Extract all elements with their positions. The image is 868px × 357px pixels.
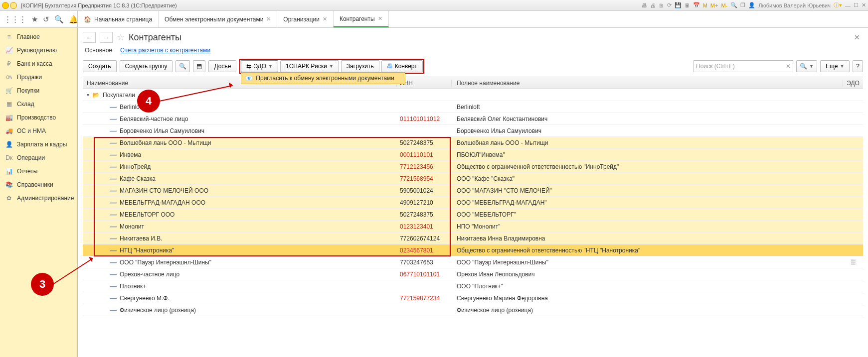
- table-row[interactable]: —Орехов-частное лицо067710101101Орехов И…: [83, 268, 863, 280]
- refresh-icon[interactable]: ⟳: [667, 2, 672, 8]
- sidebar-item-0[interactable]: ≡Главное: [0, 30, 77, 43]
- collapse-icon[interactable]: ▾: [87, 92, 89, 98]
- sidebar-icon: 🚚: [5, 127, 13, 134]
- calc-icon[interactable]: 🖩: [685, 2, 690, 8]
- sidebar-label: Производство: [17, 114, 56, 121]
- tab-org[interactable]: Организации ✕: [277, 11, 334, 27]
- table-row[interactable]: —МЕБЕЛЬТОРГ ООО5027248375ООО "МЕБЕЛЬТОРГ…: [83, 209, 863, 221]
- table-row[interactable]: —Белявский-частное лицо011101011012Беляв…: [83, 113, 863, 125]
- list-button[interactable]: ▤: [193, 60, 205, 72]
- table-row[interactable]: —Никитаева И.В.772602674124Никитаева Инн…: [83, 233, 863, 244]
- table-row[interactable]: —Физическое лицо (розница)Физическое лиц…: [83, 304, 863, 316]
- mem-mminus[interactable]: M-: [721, 2, 727, 8]
- sidebar-item-11[interactable]: 📚Справочники: [0, 178, 77, 191]
- minimize-icon[interactable]: —: [845, 2, 851, 8]
- app-menu-icon[interactable]: [2, 2, 9, 9]
- bell-icon[interactable]: 🔔: [69, 15, 78, 24]
- tab-home[interactable]: 🏠 Начальная страница: [78, 11, 159, 27]
- table-row[interactable]: —Инвема0001110101ПБОЮЛ"Инвема": [83, 149, 863, 161]
- envelope-button[interactable]: 🖶 Конверт: [381, 60, 423, 72]
- row-inn: 7703247653: [397, 259, 452, 266]
- mem-m[interactable]: M: [703, 2, 707, 8]
- app-dropdown-icon[interactable]: [10, 2, 17, 9]
- clear-search-icon[interactable]: ✕: [786, 63, 791, 70]
- col-edo-header[interactable]: ЭДО: [843, 80, 863, 87]
- close-window-icon[interactable]: ✕: [862, 2, 866, 8]
- print2-icon[interactable]: 🖨: [650, 2, 656, 8]
- sidebar-item-9[interactable]: ⅮкОперации: [0, 151, 77, 164]
- maximize-icon[interactable]: ☐: [854, 2, 859, 8]
- doc-icon[interactable]: 🗎: [659, 2, 664, 8]
- find-button[interactable]: 🔍: [175, 60, 190, 72]
- page-title: Контрагенты: [129, 32, 181, 43]
- sidebar-item-7[interactable]: 🚚ОС и НМА: [0, 124, 77, 137]
- tab-counterparties[interactable]: Контрагенты ✕: [334, 11, 389, 27]
- close-icon[interactable]: ✕: [266, 16, 271, 22]
- edo-dropdown-item[interactable]: Пригласить к обмену электронными докумен…: [256, 75, 394, 82]
- table-row[interactable]: —Боровченко Илья СамуиловичБоровченко Ил…: [83, 125, 863, 137]
- subnav-main[interactable]: Основное: [85, 47, 112, 54]
- table-row[interactable]: —ООО "Пауэр Интернэшнл-Шины"7703247653ОО…: [83, 256, 863, 268]
- search-icon[interactable]: 🔍: [54, 15, 64, 24]
- search-dropdown-button[interactable]: 🔍 ▼: [796, 60, 817, 72]
- table-row[interactable]: —МЕБЕЛЬГРАД-МАГАДАН ООО4909127210ООО "МЕ…: [83, 197, 863, 209]
- item-icon: —: [110, 175, 117, 182]
- create-button[interactable]: Создать: [83, 60, 117, 72]
- create-group-button[interactable]: Создать группу: [120, 60, 173, 72]
- row-inn: 772602674124: [397, 235, 452, 242]
- help-button[interactable]: ?: [853, 60, 863, 72]
- item-icon: —: [110, 307, 117, 314]
- row-inn: 5027248375: [397, 139, 452, 146]
- load-button[interactable]: Загрузить: [341, 60, 379, 72]
- favorite-icon[interactable]: ☆: [117, 32, 125, 43]
- user-icon[interactable]: 👤: [748, 2, 755, 8]
- row-inn: 0001110101: [397, 151, 452, 158]
- row-inn: 067710101101: [397, 271, 452, 278]
- group-row[interactable]: ▾ 📂 Покупатели: [83, 89, 863, 101]
- table-row[interactable]: —BerlinloftBerlinloft: [83, 101, 863, 113]
- search-win-icon[interactable]: 🔍: [730, 2, 737, 8]
- windows-icon[interactable]: ❐: [740, 2, 745, 8]
- print-icon[interactable]: 🖶: [642, 2, 647, 8]
- mem-mplus[interactable]: M+: [710, 2, 718, 8]
- sidebar-item-2[interactable]: ₽Банк и касса: [0, 57, 77, 70]
- sidebar-item-8[interactable]: 👤Зарплата и кадры: [0, 137, 77, 151]
- col-full-header[interactable]: Полное наименование: [452, 80, 843, 87]
- close-icon[interactable]: ✕: [323, 16, 327, 22]
- sidebar-item-12[interactable]: ✿Администрирование: [0, 191, 77, 205]
- table-row[interactable]: —НТЦ "Нанотроника"0234567801Общество с о…: [83, 244, 863, 256]
- history-icon[interactable]: ↺: [43, 15, 49, 24]
- subnav-accounts[interactable]: Счета расчетов с контрагентами: [120, 47, 210, 54]
- table-row[interactable]: —Плотник+ООО "Плотник+": [83, 280, 863, 292]
- table-row[interactable]: —ИнноТрейд7712123456Общество с ограничен…: [83, 161, 863, 173]
- apps-icon[interactable]: ⋮⋮⋮: [4, 15, 26, 24]
- info-icon[interactable]: ⓘ▾: [834, 1, 842, 9]
- search-input[interactable]: Поиск (Ctrl+F) ✕: [694, 60, 793, 72]
- table-row[interactable]: —Монолит0123123401НПО "Монолит": [83, 221, 863, 233]
- close-page-icon[interactable]: ✕: [854, 33, 863, 41]
- save-icon[interactable]: 💾: [675, 2, 682, 8]
- dossier-button[interactable]: Досье: [208, 60, 236, 72]
- edo-button[interactable]: ⇆ ЭДО ▼: [241, 60, 278, 72]
- sidebar-item-4[interactable]: 🛒Покупки: [0, 84, 77, 97]
- tab-edo[interactable]: Обмен электронными документами ✕: [159, 11, 277, 27]
- sidebar-item-1[interactable]: 📈Руководителю: [0, 43, 77, 57]
- star-icon[interactable]: ★: [31, 15, 38, 24]
- row-full: Физическое лицо (розница): [452, 307, 843, 314]
- sidebar-icon: 🏭: [5, 114, 13, 121]
- table-row[interactable]: —Кафе Сказка7721568954ООО "Кафе "Сказка": [83, 173, 863, 185]
- sidebar-item-10[interactable]: 📊Отчеты: [0, 164, 77, 178]
- sidebar-item-5[interactable]: ▦Склад: [0, 97, 77, 111]
- back-button[interactable]: ←: [83, 32, 96, 43]
- table-row[interactable]: —Свергуненко М.Ф.772159877234Свергуненко…: [83, 292, 863, 304]
- row-full: Общество с ограниченной ответственностью…: [452, 163, 843, 170]
- close-icon[interactable]: ✕: [378, 15, 382, 22]
- table-row[interactable]: —МАГАЗИН СТО МЕЛОЧЕЙ ООО5905001024ООО "М…: [83, 185, 863, 197]
- table-row[interactable]: —Волшебная лань ООО - Мытищи5027248375Во…: [83, 137, 863, 149]
- more-button[interactable]: Еще ▼: [820, 60, 850, 72]
- sidebar-item-3[interactable]: 🛍Продажи: [0, 70, 77, 84]
- forward-button[interactable]: →: [100, 32, 113, 43]
- sidebar-item-6[interactable]: 🏭Производство: [0, 111, 77, 124]
- spark-button[interactable]: 1СПАРК Риски ▼: [280, 60, 339, 72]
- calendar-icon[interactable]: 📅: [693, 2, 700, 8]
